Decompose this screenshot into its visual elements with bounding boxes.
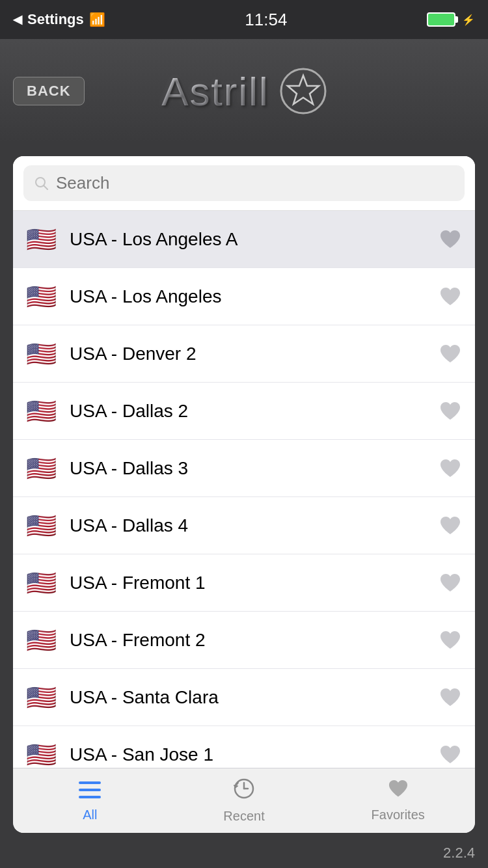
list-item[interactable]: 🇺🇸 USA - Fremont 2 [13,612,475,669]
server-name: USA - Fremont 2 [70,630,439,651]
back-arrow-icon: ◀ [13,12,22,27]
list-item[interactable]: 🇺🇸 USA - Fremont 1 [13,554,475,612]
svg-rect-4 [79,781,101,784]
favorite-heart-icon[interactable] [439,744,462,765]
wifi-icon: 📶 [89,12,105,27]
list-icon [79,781,101,798]
svg-rect-6 [79,796,101,798]
list-item[interactable]: 🇺🇸 USA - San Jose 1 [13,726,475,768]
tab-all[interactable]: All [13,780,167,822]
list-item[interactable]: 🇺🇸 USA - Santa Clara [13,669,475,726]
favorite-heart-icon[interactable] [439,229,462,250]
version-text: 2.2.4 [443,845,475,861]
server-name: USA - San Jose 1 [70,744,439,765]
svg-rect-5 [79,789,101,791]
tab-recent[interactable]: Recent [167,778,321,824]
flag-icon: 🇺🇸 [26,225,57,254]
favorite-heart-icon[interactable] [439,630,462,651]
back-button[interactable]: BACK [13,77,85,105]
time-display: 11:54 [245,10,287,30]
favorites-icon [387,779,409,798]
server-name: USA - Fremont 1 [70,573,439,593]
tab-label-recent: Recent [223,809,264,824]
server-name: USA - Dallas 3 [70,458,439,479]
server-name: USA - Los Angeles A [70,229,439,250]
list-item[interactable]: 🇺🇸 USA - Denver 2 [13,325,475,383]
header: BACK Astrill [0,39,488,143]
favorite-heart-icon[interactable] [439,573,462,593]
list-item[interactable]: 🇺🇸 USA - Los Angeles A [13,211,475,268]
server-name: USA - Dallas 4 [70,515,439,536]
favorite-heart-icon[interactable] [439,458,462,479]
flag-icon: 🇺🇸 [26,282,57,311]
svg-marker-1 [288,75,319,104]
server-name: USA - Denver 2 [70,344,439,364]
flag-icon: 🇺🇸 [26,626,57,655]
search-icon [34,176,49,191]
logo-area: Astrill [161,68,327,115]
list-item[interactable]: 🇺🇸 USA - Dallas 4 [13,497,475,554]
svg-line-3 [44,185,48,189]
logo-text: Astrill [161,68,269,115]
flag-icon: 🇺🇸 [26,683,57,712]
tab-label-all: All [83,807,97,822]
settings-label: Settings [27,11,84,28]
tab-label-favorites: Favorites [372,807,425,822]
favorite-heart-icon[interactable] [439,515,462,536]
status-bar: ◀ Settings 📶 11:54 ⚡ [0,0,488,39]
search-bar [13,156,475,211]
favorite-heart-icon[interactable] [439,687,462,708]
server-list: 🇺🇸 USA - Los Angeles A 🇺🇸 USA - Los Ange… [13,211,475,768]
favorite-heart-icon[interactable] [439,344,462,364]
search-input-wrap[interactable] [23,165,465,201]
list-item[interactable]: 🇺🇸 USA - Los Angeles [13,268,475,325]
server-name: USA - Los Angeles [70,286,439,307]
status-left: ◀ Settings 📶 [13,11,105,28]
list-item[interactable]: 🇺🇸 USA - Dallas 2 [13,383,475,440]
flag-icon: 🇺🇸 [26,740,57,768]
heart-tab-icon [387,779,409,804]
bolt-icon: ⚡ [462,14,475,26]
tab-favorites[interactable]: Favorites [321,779,475,822]
server-name: USA - Dallas 2 [70,401,439,422]
flag-icon: 🇺🇸 [26,569,57,597]
star-icon [280,68,327,115]
recent-icon [233,778,255,800]
list-tab-icon [79,780,101,804]
status-right: ⚡ [427,12,475,27]
list-item[interactable]: 🇺🇸 USA - Dallas 3 [13,440,475,497]
recent-tab-icon [233,778,255,805]
flag-icon: 🇺🇸 [26,397,57,426]
main-container: 🇺🇸 USA - Los Angeles A 🇺🇸 USA - Los Ange… [13,156,475,833]
search-input[interactable] [56,173,454,193]
tab-bar: All Recent Favorites [13,768,475,833]
favorite-heart-icon[interactable] [439,286,462,307]
flag-icon: 🇺🇸 [26,454,57,483]
flag-icon: 🇺🇸 [26,511,57,540]
battery-icon [427,12,455,27]
server-name: USA - Santa Clara [70,687,439,708]
favorite-heart-icon[interactable] [439,401,462,422]
flag-icon: 🇺🇸 [26,340,57,368]
